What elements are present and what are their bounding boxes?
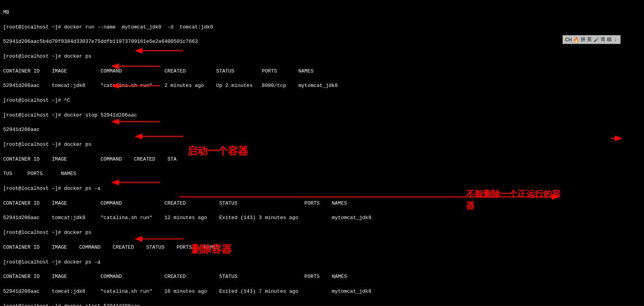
ime-english-label: 英: [587, 36, 592, 43]
terminal-line-16: [root@localhost ~]# docker ps: [3, 230, 91, 235]
terminal-line-7: [root@localhost ~]# ^C: [3, 97, 70, 103]
terminal-line-20: 52941d206aac tomcat:jdk8 "catalina.sh ru…: [3, 288, 371, 294]
ime-settings-label: 稳: [607, 36, 612, 43]
terminal-line-13: [root@localhost ~]# docker ps -a: [3, 186, 101, 191]
terminal-line-15: 52941d206aac tomcat:jdk8 "catalina.sh ru…: [3, 215, 371, 221]
ime-toolbar: CH 🔥 拼 英 🎤 简 稳 ：: [562, 35, 621, 44]
ime-simplified-label: 简: [601, 36, 605, 43]
terminal-line-2: [root@localhost ~]# docker run --name my…: [3, 24, 213, 30]
terminal-line-19: CONTAINER ID IMAGE COMMAND CREATED STATU…: [3, 274, 347, 279]
terminal-line-21: [root@localhost ~]# docker start 52941d2…: [3, 303, 140, 306]
ime-fire-icon: 🔥: [573, 37, 579, 42]
terminal-line-11: CONTAINER ID IMAGE COMMAND CREATED STA: [3, 156, 177, 162]
terminal-line-18: [root@localhost ~]# docker ps -a: [3, 259, 101, 265]
terminal-line-4: [root@localhost ~]# docker ps: [3, 53, 91, 59]
terminal-line-8: [root@localhost ~]# docker stop 52941d20…: [3, 112, 137, 118]
ime-voice-icon: 🎤: [593, 37, 599, 42]
terminal-line-17: CONTAINER ID IMAGE COMMAND CREATED STATU…: [3, 244, 219, 250]
terminal-line-1: MB: [3, 9, 9, 15]
terminal-output: MB [root@localhost ~]# docker run --name…: [0, 0, 644, 306]
terminal-line-14: CONTAINER ID IMAGE COMMAND CREATED STATU…: [3, 200, 347, 206]
terminal-line-6: 52941d206aac tomcat:jdk8 "catalina.sh ru…: [3, 83, 338, 88]
terminal-line-3: 52941d206aac5b4d70f9384d33037e75ddfb1197…: [3, 39, 198, 44]
ime-toolbar-text: CH: [565, 37, 572, 42]
terminal-line-5: CONTAINER ID IMAGE COMMAND CREATED STATU…: [3, 68, 314, 74]
terminal-line-12: TUS PORTS NAMES: [3, 171, 76, 177]
ime-more-label: ：: [613, 36, 618, 43]
terminal-line-10: [root@localhost ~]# docker ps: [3, 142, 91, 147]
ime-pinyin-label: 拼: [581, 36, 585, 43]
terminal-line-9: 52941d206aac: [3, 127, 40, 133]
